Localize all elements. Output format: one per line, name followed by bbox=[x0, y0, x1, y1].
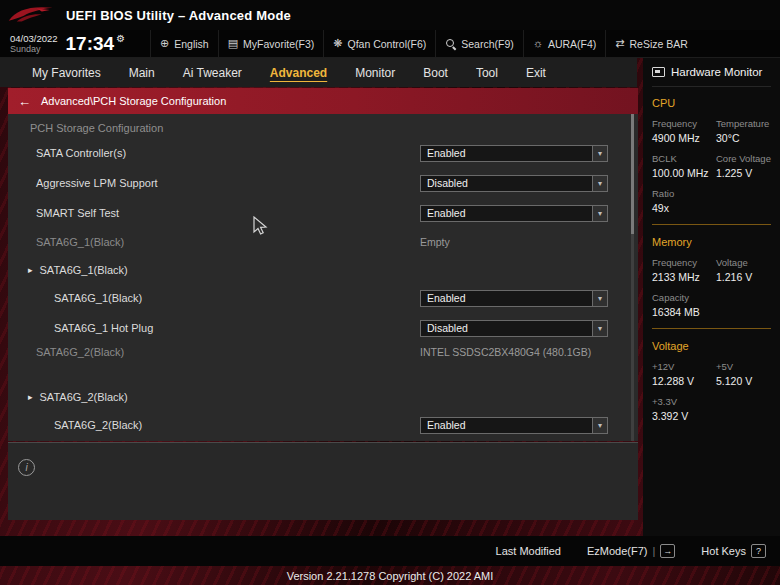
section-title: PCH Storage Configuration bbox=[8, 114, 638, 138]
metric-cpu-frequency: Frequency 4900 MHz bbox=[652, 118, 716, 144]
metric-label: Frequency bbox=[652, 118, 716, 129]
day-text: Sunday bbox=[10, 44, 58, 55]
expand-row-sata6g2[interactable]: ▸ SATA6G_2(Black) bbox=[8, 383, 638, 410]
fan-icon: ❋ bbox=[333, 38, 342, 49]
toolbar-item-english[interactable]: ⊕ English bbox=[150, 30, 218, 57]
tab-exit[interactable]: Exit bbox=[512, 58, 560, 87]
scrollbar-thumb[interactable] bbox=[631, 114, 634, 234]
toolbar-item-search[interactable]: Search(F9) bbox=[435, 30, 523, 57]
setting-label: SATA6G_1 Hot Plug bbox=[54, 322, 420, 334]
sata6g1-enable-select[interactable]: Enabled ▾ bbox=[420, 290, 608, 307]
sata6g1-hotplug-select[interactable]: Disabled ▾ bbox=[420, 320, 608, 337]
metric-row: Ratio 49x bbox=[652, 188, 771, 214]
last-modified-button[interactable]: Last Modified bbox=[496, 545, 561, 557]
tool-label: English bbox=[174, 38, 208, 50]
setting-row-smart-self-test: SMART Self Test Enabled ▾ bbox=[8, 198, 638, 228]
time-text: 17:34 bbox=[66, 34, 115, 54]
gear-icon[interactable]: ⚙ bbox=[116, 34, 125, 44]
chevron-down-icon[interactable]: ▾ bbox=[592, 321, 607, 336]
smart-self-test-select[interactable]: Enabled ▾ bbox=[420, 205, 608, 222]
tab-ai-tweaker[interactable]: Ai Tweaker bbox=[169, 58, 256, 87]
metric-value: 1.216 V bbox=[716, 271, 771, 283]
separator: | bbox=[653, 545, 656, 557]
tab-main[interactable]: Main bbox=[115, 58, 169, 87]
toolbar-item-aura[interactable]: ☼ AURA(F4) bbox=[523, 30, 606, 57]
expand-row-sata6g1[interactable]: ▸ SATA6G_1(Black) bbox=[8, 256, 638, 283]
metric-cpu-ratio: Ratio 49x bbox=[652, 188, 771, 214]
setting-row-sata-controllers: SATA Controller(s) Enabled ▾ bbox=[8, 138, 638, 168]
sata-controllers-select[interactable]: Enabled ▾ bbox=[420, 145, 608, 162]
enter-key-icon: → bbox=[660, 544, 675, 558]
setting-label: Aggressive LPM Support bbox=[36, 177, 420, 189]
hardware-monitor-icon bbox=[652, 67, 665, 77]
select-value: Enabled bbox=[421, 291, 592, 306]
back-arrow-icon[interactable]: ← bbox=[18, 94, 31, 109]
metric-value: 16384 MB bbox=[652, 306, 771, 318]
date-text: 04/03/2022 bbox=[10, 33, 58, 44]
chevron-down-icon[interactable]: ▾ bbox=[592, 176, 607, 191]
metric-memory-voltage: Voltage 1.216 V bbox=[716, 257, 771, 283]
hardware-monitor-header: Hardware Monitor bbox=[652, 58, 771, 87]
metric-value: 12.288 V bbox=[652, 375, 716, 387]
question-mark-icon: ? bbox=[751, 544, 766, 558]
ezmode-button[interactable]: EzMode(F7) | → bbox=[587, 544, 675, 558]
tab-boot[interactable]: Boot bbox=[409, 58, 462, 87]
cpu-section-title: CPU bbox=[652, 97, 771, 109]
metric-label: BCLK bbox=[652, 153, 716, 164]
metric-row: Frequency 4900 MHz Temperature 30°C bbox=[652, 118, 771, 144]
metric-label: Voltage bbox=[716, 257, 771, 268]
aggressive-lpm-select[interactable]: Disabled ▾ bbox=[420, 175, 608, 192]
setting-row-sata6g1-hotplug: SATA6G_1 Hot Plug Disabled ▾ bbox=[8, 313, 638, 343]
hot-keys-button[interactable]: Hot Keys ? bbox=[701, 544, 766, 558]
tab-monitor[interactable]: Monitor bbox=[341, 58, 409, 87]
hardware-monitor-panel: Hardware Monitor CPU Frequency 4900 MHz … bbox=[643, 58, 780, 536]
setting-label: SATA6G_2(Black) bbox=[54, 419, 420, 431]
version-text: Version 2.21.1278 Copyright (C) 2022 AMI bbox=[287, 570, 494, 582]
metric-label: Temperature bbox=[716, 118, 771, 129]
metric-label: +12V bbox=[652, 361, 716, 372]
toolbar-item-myfavorite[interactable]: ▤ MyFavorite(F3) bbox=[218, 30, 324, 57]
metric-label: Capacity bbox=[652, 292, 771, 303]
metric-value: 1.225 V bbox=[716, 167, 771, 179]
resize-bar-icon: ⇄ bbox=[615, 38, 624, 49]
toolbar-item-resize-bar[interactable]: ⇄ ReSize BAR bbox=[605, 30, 697, 57]
metric-row: BCLK 100.00 MHz Core Voltage 1.225 V bbox=[652, 153, 771, 179]
scrollbar[interactable] bbox=[631, 114, 634, 441]
hw-section-cpu: CPU Frequency 4900 MHz Temperature 30°C … bbox=[652, 87, 771, 214]
setting-value: INTEL SSDSC2BX480G4 (480.1GB) bbox=[420, 346, 608, 359]
last-modified-label: Last Modified bbox=[496, 545, 561, 557]
metric-12v: +12V 12.288 V bbox=[652, 361, 716, 387]
metric-5v: +5V 5.120 V bbox=[716, 361, 771, 387]
tool-label: AURA(F4) bbox=[548, 38, 596, 50]
triangle-right-icon: ▸ bbox=[28, 392, 33, 402]
favorite-icon: ▤ bbox=[228, 38, 238, 49]
tool-label: MyFavorite(F3) bbox=[243, 38, 314, 50]
chevron-down-icon[interactable]: ▾ bbox=[592, 418, 607, 433]
chevron-down-icon[interactable]: ▾ bbox=[592, 146, 607, 161]
setting-label: SATA Controller(s) bbox=[36, 147, 420, 159]
chevron-down-icon[interactable]: ▾ bbox=[592, 206, 607, 221]
date-block: 04/03/2022 Sunday bbox=[10, 33, 58, 55]
tab-my-favorites[interactable]: My Favorites bbox=[18, 58, 115, 87]
globe-icon: ⊕ bbox=[160, 38, 169, 49]
metric-value: 3.392 V bbox=[652, 410, 771, 422]
select-value: Disabled bbox=[421, 176, 592, 191]
chevron-down-icon[interactable]: ▾ bbox=[592, 291, 607, 306]
select-value: Disabled bbox=[421, 321, 592, 336]
metric-row: Capacity 16384 MB bbox=[652, 292, 771, 318]
select-value: Enabled bbox=[421, 418, 592, 433]
metric-cpu-temperature: Temperature 30°C bbox=[716, 118, 771, 144]
time-block: 17:34 ⚙ bbox=[66, 34, 126, 54]
tab-advanced[interactable]: Advanced bbox=[256, 58, 341, 87]
sata6g2-enable-select[interactable]: Enabled ▾ bbox=[420, 417, 608, 434]
tab-tool[interactable]: Tool bbox=[462, 58, 512, 87]
metric-cpu-core-voltage: Core Voltage 1.225 V bbox=[716, 153, 771, 179]
setting-label: SATA6G_1(Black) bbox=[40, 264, 638, 276]
metric-value: 100.00 MHz bbox=[652, 167, 716, 179]
info-icon: i bbox=[18, 459, 35, 476]
version-bar: Version 2.21.1278 Copyright (C) 2022 AMI bbox=[0, 566, 780, 585]
toolbar-item-qfan[interactable]: ❋ Qfan Control(F6) bbox=[323, 30, 435, 57]
setting-label: SATA6G_2(Black) bbox=[36, 346, 420, 358]
metric-row: Frequency 2133 MHz Voltage 1.216 V bbox=[652, 257, 771, 283]
metric-row: +12V 12.288 V +5V 5.120 V bbox=[652, 361, 771, 387]
